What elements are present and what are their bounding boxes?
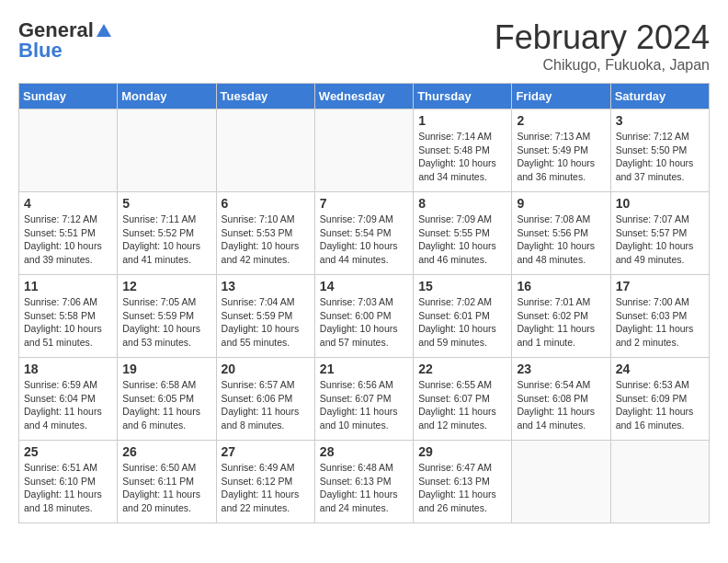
header: General Blue February 2024 Chikugo, Fuku… bbox=[18, 18, 710, 74]
calendar-cell: 28Sunrise: 6:48 AM Sunset: 6:13 PM Dayli… bbox=[314, 441, 413, 523]
day-info: Sunrise: 6:53 AM Sunset: 6:09 PM Dayligh… bbox=[616, 378, 704, 432]
calendar-cell: 26Sunrise: 6:50 AM Sunset: 6:11 PM Dayli… bbox=[118, 441, 216, 523]
day-info: Sunrise: 6:48 AM Sunset: 6:13 PM Dayligh… bbox=[320, 461, 408, 515]
calendar-week-3: 11Sunrise: 7:06 AM Sunset: 5:58 PM Dayli… bbox=[19, 275, 710, 358]
day-number: 15 bbox=[418, 279, 506, 293]
day-info: Sunrise: 7:06 AM Sunset: 5:58 PM Dayligh… bbox=[24, 295, 112, 350]
day-info: Sunrise: 6:54 AM Sunset: 6:08 PM Dayligh… bbox=[517, 378, 605, 432]
day-number: 2 bbox=[517, 113, 605, 128]
calendar-cell bbox=[216, 109, 314, 192]
day-info: Sunrise: 7:03 AM Sunset: 6:00 PM Dayligh… bbox=[320, 295, 408, 350]
day-number: 13 bbox=[222, 279, 310, 293]
calendar-cell: 7Sunrise: 7:09 AM Sunset: 5:54 PM Daylig… bbox=[314, 192, 413, 275]
day-info: Sunrise: 6:55 AM Sunset: 6:07 PM Dayligh… bbox=[418, 378, 506, 432]
day-info: Sunrise: 7:04 AM Sunset: 5:59 PM Dayligh… bbox=[222, 295, 310, 350]
day-info: Sunrise: 7:12 AM Sunset: 5:51 PM Dayligh… bbox=[24, 213, 112, 267]
calendar-cell: 18Sunrise: 6:59 AM Sunset: 6:04 PM Dayli… bbox=[19, 358, 118, 441]
day-info: Sunrise: 6:49 AM Sunset: 6:12 PM Dayligh… bbox=[222, 461, 310, 515]
day-number: 5 bbox=[122, 196, 210, 211]
calendar-cell: 4Sunrise: 7:12 AM Sunset: 5:51 PM Daylig… bbox=[19, 192, 118, 275]
day-info: Sunrise: 6:57 AM Sunset: 6:06 PM Dayligh… bbox=[222, 378, 310, 432]
location-title: Chikugo, Fukuoka, Japan bbox=[495, 57, 710, 74]
month-title: February 2024 bbox=[495, 18, 710, 57]
day-number: 16 bbox=[517, 279, 605, 293]
day-number: 14 bbox=[320, 279, 408, 293]
day-number: 23 bbox=[517, 362, 605, 376]
calendar-cell bbox=[314, 109, 413, 192]
day-info: Sunrise: 7:09 AM Sunset: 5:54 PM Dayligh… bbox=[320, 213, 408, 267]
calendar-cell: 2Sunrise: 7:13 AM Sunset: 5:49 PM Daylig… bbox=[512, 109, 610, 192]
calendar-cell bbox=[19, 109, 118, 192]
calendar-header-sunday: Sunday bbox=[19, 84, 118, 109]
day-info: Sunrise: 6:47 AM Sunset: 6:13 PM Dayligh… bbox=[418, 461, 506, 515]
calendar-cell: 25Sunrise: 6:51 AM Sunset: 6:10 PM Dayli… bbox=[19, 441, 118, 523]
calendar-cell: 22Sunrise: 6:55 AM Sunset: 6:07 PM Dayli… bbox=[414, 358, 512, 441]
day-info: Sunrise: 6:50 AM Sunset: 6:11 PM Dayligh… bbox=[122, 461, 210, 515]
day-info: Sunrise: 7:13 AM Sunset: 5:49 PM Dayligh… bbox=[517, 130, 605, 184]
day-number: 12 bbox=[122, 279, 210, 293]
calendar-cell: 20Sunrise: 6:57 AM Sunset: 6:06 PM Dayli… bbox=[216, 358, 314, 441]
calendar-cell: 16Sunrise: 7:01 AM Sunset: 6:02 PM Dayli… bbox=[512, 275, 610, 358]
day-number: 10 bbox=[616, 196, 704, 211]
day-number: 28 bbox=[320, 444, 408, 459]
calendar-cell bbox=[512, 441, 610, 523]
calendar-cell: 14Sunrise: 7:03 AM Sunset: 6:00 PM Dayli… bbox=[314, 275, 413, 358]
calendar-cell: 27Sunrise: 6:49 AM Sunset: 6:12 PM Dayli… bbox=[216, 441, 314, 523]
calendar-week-5: 25Sunrise: 6:51 AM Sunset: 6:10 PM Dayli… bbox=[19, 441, 710, 523]
calendar-cell: 12Sunrise: 7:05 AM Sunset: 5:59 PM Dayli… bbox=[118, 275, 216, 358]
calendar-header-friday: Friday bbox=[512, 84, 610, 109]
logo-icon bbox=[96, 22, 112, 39]
calendar-header-wednesday: Wednesday bbox=[314, 84, 413, 109]
day-info: Sunrise: 7:12 AM Sunset: 5:50 PM Dayligh… bbox=[616, 130, 704, 184]
day-number: 25 bbox=[24, 444, 112, 459]
calendar-cell bbox=[118, 109, 216, 192]
calendar-header-thursday: Thursday bbox=[414, 84, 512, 109]
calendar-cell: 23Sunrise: 6:54 AM Sunset: 6:08 PM Dayli… bbox=[512, 358, 610, 441]
day-number: 18 bbox=[24, 362, 112, 376]
day-number: 7 bbox=[320, 196, 408, 211]
svg-marker-0 bbox=[97, 24, 111, 37]
day-info: Sunrise: 7:07 AM Sunset: 5:57 PM Dayligh… bbox=[616, 213, 704, 267]
calendar-cell: 8Sunrise: 7:09 AM Sunset: 5:55 PM Daylig… bbox=[414, 192, 512, 275]
calendar-week-1: 1Sunrise: 7:14 AM Sunset: 5:48 PM Daylig… bbox=[19, 109, 710, 192]
day-info: Sunrise: 7:09 AM Sunset: 5:55 PM Dayligh… bbox=[418, 213, 506, 267]
calendar-table: SundayMondayTuesdayWednesdayThursdayFrid… bbox=[18, 83, 710, 523]
calendar-cell bbox=[610, 441, 709, 523]
calendar-week-4: 18Sunrise: 6:59 AM Sunset: 6:04 PM Dayli… bbox=[19, 358, 710, 441]
day-info: Sunrise: 7:10 AM Sunset: 5:53 PM Dayligh… bbox=[222, 213, 310, 267]
day-info: Sunrise: 7:11 AM Sunset: 5:52 PM Dayligh… bbox=[122, 213, 210, 267]
calendar-cell: 29Sunrise: 6:47 AM Sunset: 6:13 PM Dayli… bbox=[414, 441, 512, 523]
day-number: 22 bbox=[418, 362, 506, 376]
day-info: Sunrise: 7:00 AM Sunset: 6:03 PM Dayligh… bbox=[616, 295, 704, 350]
calendar-header-saturday: Saturday bbox=[610, 84, 709, 109]
day-info: Sunrise: 6:51 AM Sunset: 6:10 PM Dayligh… bbox=[24, 461, 112, 515]
day-number: 1 bbox=[418, 113, 506, 128]
day-info: Sunrise: 6:58 AM Sunset: 6:05 PM Dayligh… bbox=[122, 378, 210, 432]
day-number: 20 bbox=[222, 362, 310, 376]
day-info: Sunrise: 7:02 AM Sunset: 6:01 PM Dayligh… bbox=[418, 295, 506, 350]
calendar-cell: 1Sunrise: 7:14 AM Sunset: 5:48 PM Daylig… bbox=[414, 109, 512, 192]
day-number: 17 bbox=[616, 279, 704, 293]
day-number: 6 bbox=[222, 196, 310, 211]
calendar-header-tuesday: Tuesday bbox=[216, 84, 314, 109]
calendar-cell: 19Sunrise: 6:58 AM Sunset: 6:05 PM Dayli… bbox=[118, 358, 216, 441]
calendar-cell: 15Sunrise: 7:02 AM Sunset: 6:01 PM Dayli… bbox=[414, 275, 512, 358]
calendar-cell: 5Sunrise: 7:11 AM Sunset: 5:52 PM Daylig… bbox=[118, 192, 216, 275]
day-number: 4 bbox=[24, 196, 112, 211]
logo-blue: Blue bbox=[18, 39, 63, 63]
day-info: Sunrise: 6:59 AM Sunset: 6:04 PM Dayligh… bbox=[24, 378, 112, 432]
calendar-cell: 17Sunrise: 7:00 AM Sunset: 6:03 PM Dayli… bbox=[610, 275, 709, 358]
day-info: Sunrise: 6:56 AM Sunset: 6:07 PM Dayligh… bbox=[320, 378, 408, 432]
day-info: Sunrise: 7:01 AM Sunset: 6:02 PM Dayligh… bbox=[517, 295, 605, 350]
day-info: Sunrise: 7:14 AM Sunset: 5:48 PM Dayligh… bbox=[418, 130, 506, 184]
day-info: Sunrise: 7:08 AM Sunset: 5:56 PM Dayligh… bbox=[517, 213, 605, 267]
calendar-cell: 21Sunrise: 6:56 AM Sunset: 6:07 PM Dayli… bbox=[314, 358, 413, 441]
logo: General Blue bbox=[18, 18, 112, 63]
day-number: 27 bbox=[222, 444, 310, 459]
day-number: 29 bbox=[418, 444, 506, 459]
day-number: 3 bbox=[616, 113, 704, 128]
calendar-cell: 13Sunrise: 7:04 AM Sunset: 5:59 PM Dayli… bbox=[216, 275, 314, 358]
calendar-header-row: SundayMondayTuesdayWednesdayThursdayFrid… bbox=[19, 84, 710, 109]
calendar-cell: 10Sunrise: 7:07 AM Sunset: 5:57 PM Dayli… bbox=[610, 192, 709, 275]
calendar-cell: 24Sunrise: 6:53 AM Sunset: 6:09 PM Dayli… bbox=[610, 358, 709, 441]
